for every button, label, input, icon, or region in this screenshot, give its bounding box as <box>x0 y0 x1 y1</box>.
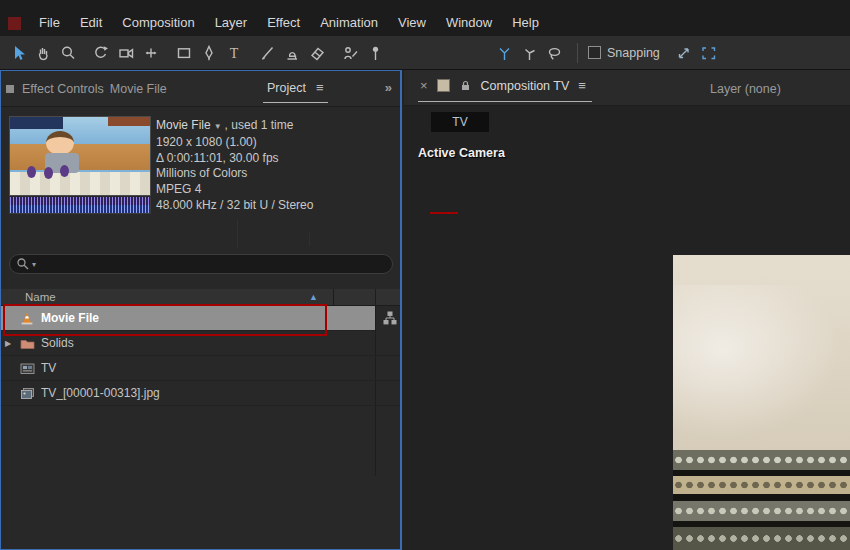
puppet-pin-tool-icon[interactable] <box>363 40 388 66</box>
comp-mini-flowchart-button[interactable]: TV <box>431 112 489 132</box>
footage-audio: 48.000 kHz / 32 bit U / Stereo <box>156 198 313 214</box>
composition-viewer-panel: × Composition TV ≡ Layer (none) TV Activ… <box>404 70 850 550</box>
tab-composition-label: Composition TV <box>481 79 570 93</box>
footage-name[interactable]: Movie File <box>156 118 211 132</box>
comp-color-swatch[interactable] <box>437 79 450 92</box>
project-panel-tabbar: Effect Controls Movie File Project ≡ » <box>1 71 400 107</box>
tab-composition-tv[interactable]: × Composition TV ≡ <box>418 75 592 102</box>
footage-usage: , used 1 time <box>225 118 294 132</box>
hand-tool-icon[interactable] <box>31 40 56 66</box>
snapping-control[interactable]: Snapping <box>588 46 660 60</box>
thumb-roof <box>10 117 63 129</box>
search-caret-icon[interactable]: ▾ <box>32 260 36 269</box>
composition-canvas[interactable] <box>673 255 850 550</box>
panel-grip-icon[interactable] <box>6 85 14 93</box>
rotate-tool-icon[interactable] <box>89 40 114 66</box>
tab-project[interactable]: Project ≡ <box>263 77 328 103</box>
project-panel: Effect Controls Movie File Project ≡ » <box>0 70 402 550</box>
clone-stamp-tool-icon[interactable] <box>280 40 305 66</box>
tool-bar: T Snapping <box>0 36 850 70</box>
vlc-cone-icon <box>19 310 35 326</box>
dropdown-icon[interactable]: ▼ <box>214 122 222 131</box>
footage-metadata: Movie File▼, used 1 time 1920 x 1080 (1.… <box>156 118 313 214</box>
disclosure-triangle-icon[interactable]: ▶ <box>1 339 15 348</box>
pen-tool-icon[interactable] <box>197 40 222 66</box>
toolbar-separator <box>577 43 578 63</box>
search-input[interactable] <box>42 257 386 271</box>
list-item-tv-comp[interactable]: TV <box>1 356 400 381</box>
image-sequence-icon <box>19 385 35 401</box>
footage-colors: Millions of Colors <box>156 166 313 182</box>
menu-view[interactable]: View <box>388 13 436 32</box>
roto-brush-tool-icon[interactable] <box>338 40 363 66</box>
column-name-label: Name <box>25 291 56 303</box>
header-column-divider <box>333 289 334 306</box>
audio-waveform-strip <box>9 197 151 214</box>
snapping-checkbox[interactable] <box>588 46 601 59</box>
close-icon[interactable]: × <box>420 78 428 93</box>
brush-tool-icon[interactable] <box>255 40 280 66</box>
thumb-produce <box>44 167 53 179</box>
tab-layer-none[interactable]: Layer (none) <box>710 82 781 96</box>
zoom-tool-icon[interactable] <box>56 40 81 66</box>
tab-project-label: Project <box>267 81 306 95</box>
item-label: Solids <box>41 336 74 350</box>
tab-effect-controls-target: Movie File <box>110 82 167 96</box>
project-item-list: Movie File ▶ Solids TV <box>1 306 400 406</box>
menu-composition[interactable]: Composition <box>112 13 204 32</box>
list-item-tv-jpg-sequence[interactable]: TV_[00001-00313].jpg <box>1 381 400 406</box>
viewer-tabbar: × Composition TV ≡ Layer (none) <box>404 70 850 106</box>
tab-effect-controls[interactable]: Effect Controls Movie File <box>22 82 167 96</box>
project-search[interactable]: ▾ <box>9 254 393 274</box>
menu-help[interactable]: Help <box>502 13 549 32</box>
panel-menu-icon[interactable]: ≡ <box>316 80 324 95</box>
tab-effect-controls-label: Effect Controls <box>22 82 104 96</box>
list-item-movie-file[interactable]: Movie File <box>1 306 375 331</box>
lock-icon[interactable] <box>459 79 472 92</box>
more-panels-icon[interactable]: » <box>385 80 392 95</box>
menu-effect[interactable]: Effect <box>257 13 310 32</box>
active-camera-label[interactable]: Active Camera <box>418 146 505 160</box>
menu-bar: File Edit Composition Layer Effect Anima… <box>0 0 850 36</box>
type-tool-icon[interactable]: T <box>222 40 247 66</box>
shape-tool-icon[interactable] <box>172 40 197 66</box>
resize-diagonal-icon[interactable] <box>672 40 697 66</box>
wall-highlight <box>673 285 850 447</box>
list-item-solids[interactable]: ▶ Solids <box>1 331 400 356</box>
menu-animation[interactable]: Animation <box>310 13 388 32</box>
local-axis-icon[interactable] <box>517 40 542 66</box>
menu-window[interactable]: Window <box>436 13 502 32</box>
composition-icon <box>19 360 35 376</box>
menu-edit[interactable]: Edit <box>70 13 112 32</box>
view-axis-icon[interactable] <box>542 40 567 66</box>
universal-axis-icon[interactable] <box>492 40 517 66</box>
folder-icon <box>19 335 35 351</box>
waveform-channel-left <box>10 197 150 205</box>
thumb-roof2 <box>108 117 150 126</box>
footage-dimensions: 1920 x 1080 (1.00) <box>156 135 313 151</box>
search-icon <box>16 257 30 271</box>
sort-ascending-icon[interactable]: ▲ <box>309 292 318 302</box>
footage-graph-icon[interactable] <box>383 311 397 325</box>
footage-codec: MPEG 4 <box>156 182 313 198</box>
camera-tool-icon[interactable] <box>114 40 139 66</box>
footage-thumbnail[interactable] <box>9 116 151 196</box>
pan-behind-tool-icon[interactable] <box>139 40 164 66</box>
footage-duration: Δ 0:00:11:01, 30.00 fps <box>156 151 313 167</box>
project-list-header[interactable]: Name ▲ <box>1 289 400 306</box>
after-effects-window: File Edit Composition Layer Effect Anima… <box>0 0 850 550</box>
item-label: Movie File <box>41 311 99 325</box>
item-label: TV_[00001-00313].jpg <box>41 386 160 400</box>
svg-text:T: T <box>229 46 238 61</box>
item-label: TV <box>41 361 56 375</box>
eraser-tool-icon[interactable] <box>305 40 330 66</box>
menu-layer[interactable]: Layer <box>205 13 258 32</box>
thumb-produce <box>27 166 36 178</box>
selection-tool-icon[interactable] <box>6 40 31 66</box>
viewer-panel-menu-icon[interactable]: ≡ <box>578 78 586 93</box>
waveform-channel-right <box>10 205 150 213</box>
menu-file[interactable]: File <box>29 13 70 32</box>
region-of-interest-icon[interactable] <box>697 40 722 66</box>
tiled-pattern-bands <box>673 450 850 550</box>
app-icon <box>8 17 21 30</box>
